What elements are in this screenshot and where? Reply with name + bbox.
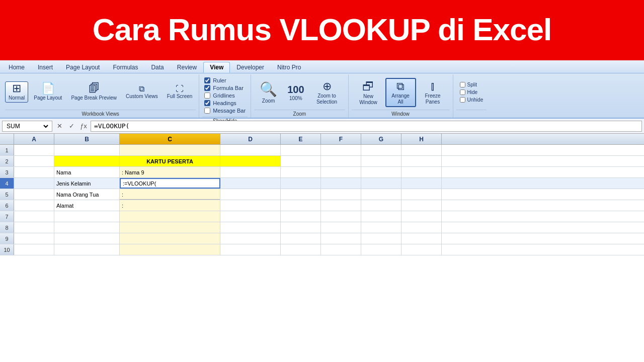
unhide-button[interactable]: Unhide [458,97,485,103]
cell-d2[interactable] [220,156,281,166]
cell-e7[interactable] [281,211,321,222]
tab-review[interactable]: Review [171,62,203,73]
cell-e10[interactable] [281,244,321,255]
hide-checkbox[interactable] [460,89,465,95]
tab-developer[interactable]: Developer [230,62,271,73]
cell-c6[interactable]: : [120,200,220,211]
cell-c9[interactable] [120,233,220,244]
cell-b2[interactable] [54,156,120,166]
cell-g10[interactable] [361,244,401,255]
cell-a4[interactable] [14,178,54,189]
cell-g2[interactable] [361,156,401,166]
cell-g3[interactable] [361,167,401,177]
cell-c2[interactable]: KARTU PESERTA [120,156,220,166]
col-header-a[interactable]: A [14,134,54,144]
cell-g4[interactable] [361,178,401,189]
tab-formulas[interactable]: Formulas [106,62,144,73]
cell-e2[interactable] [281,156,321,166]
cell-d6[interactable] [220,200,281,211]
cell-b9[interactable] [54,233,120,244]
cell-f2[interactable] [321,156,361,166]
formula-cancel-button[interactable]: ✕ [54,121,64,131]
col-header-c[interactable]: C [120,134,220,144]
formula-input[interactable] [91,121,642,132]
cell-a9[interactable] [14,233,54,244]
cell-h8[interactable] [401,222,442,233]
formula-bar-checkbox-label[interactable]: Formula Bar [204,85,246,91]
tab-insert[interactable]: Insert [31,62,59,73]
cell-d9[interactable] [220,233,281,244]
cell-g9[interactable] [361,233,401,244]
cell-c1[interactable] [120,145,220,155]
cell-d3[interactable] [220,167,281,177]
col-header-h[interactable]: H [401,134,442,144]
tab-page-layout[interactable]: Page Layout [59,62,106,73]
cell-c10[interactable] [120,244,220,255]
name-box-select[interactable]: SUM [5,122,50,130]
ruler-checkbox[interactable] [204,77,210,83]
cell-g5[interactable] [361,189,401,200]
tab-data[interactable]: Data [144,62,170,73]
freeze-panes-button[interactable]: ⫿ Freeze Panes [418,78,448,107]
cell-f5[interactable] [321,189,361,200]
cell-h7[interactable] [401,211,442,222]
cell-h5[interactable] [401,189,442,200]
custom-views-button[interactable]: ⧉ Custom Views [122,83,162,101]
cell-h1[interactable] [401,145,442,155]
cell-f4[interactable] [321,178,361,189]
name-box[interactable]: SUM [2,121,52,132]
formula-bar-checkbox[interactable] [204,85,210,91]
cell-a2[interactable] [14,156,54,166]
tab-nitro-pro[interactable]: Nitro Pro [271,62,307,73]
cell-f7[interactable] [321,211,361,222]
cell-d8[interactable] [220,222,281,233]
message-bar-checkbox-label[interactable]: Message Bar [204,108,246,114]
col-header-g[interactable]: G [361,134,401,144]
headings-checkbox-label[interactable]: Headings [204,100,246,106]
cell-d1[interactable] [220,145,281,155]
cell-f8[interactable] [321,222,361,233]
cell-h10[interactable] [401,244,442,255]
cell-c5[interactable]: : VLOOKUP(lookup_value, table_array, col… [120,189,220,200]
normal-view-button[interactable]: ⊞ Normal [5,81,28,103]
cell-g8[interactable] [361,222,401,233]
col-header-e[interactable]: E [281,134,321,144]
col-header-b[interactable]: B [54,134,120,144]
cell-f1[interactable] [321,145,361,155]
cell-a5[interactable] [14,189,54,200]
cell-b10[interactable] [54,244,120,255]
cell-f10[interactable] [321,244,361,255]
page-break-button[interactable]: 🗐 Page Break Preview [67,81,120,103]
cell-b5[interactable]: Nama Orang Tua [54,189,120,200]
formula-confirm-button[interactable]: ✓ [66,121,76,131]
headings-checkbox[interactable] [204,100,210,106]
col-header-f[interactable]: F [321,134,361,144]
cell-a8[interactable] [14,222,54,233]
cell-b3[interactable]: Nama [54,167,120,177]
gridlines-checkbox[interactable] [204,93,210,99]
message-bar-checkbox[interactable] [204,108,210,114]
cell-g7[interactable] [361,211,401,222]
arrange-all-button[interactable]: ⧉ Arrange All [385,78,416,107]
cell-b4[interactable]: Jenis Kelamin [54,178,120,189]
zoom-100-button[interactable]: 100 100% [284,82,307,103]
new-window-button[interactable]: 🗗 New Window [354,78,383,108]
cell-e5[interactable] [281,189,321,200]
cell-e9[interactable] [281,233,321,244]
cell-d4[interactable] [220,178,281,189]
page-layout-button[interactable]: 📄 Page Layout [30,81,65,103]
cell-f3[interactable] [321,167,361,177]
cell-b1[interactable] [54,145,120,155]
split-button[interactable]: Split [458,81,485,88]
split-checkbox[interactable] [460,82,465,87]
full-screen-button[interactable]: ⛶ Full Screen [164,83,196,101]
cell-b6[interactable]: Alamat [54,200,120,211]
cell-f9[interactable] [321,233,361,244]
hide-button[interactable]: Hide [458,89,485,96]
cell-g6[interactable] [361,200,401,211]
cell-d5[interactable] [220,189,281,200]
insert-function-button[interactable]: ƒx [78,121,89,131]
cell-g1[interactable] [361,145,401,155]
cell-e4[interactable] [281,178,321,189]
cell-c3[interactable]: : Nama 9 [120,167,220,177]
